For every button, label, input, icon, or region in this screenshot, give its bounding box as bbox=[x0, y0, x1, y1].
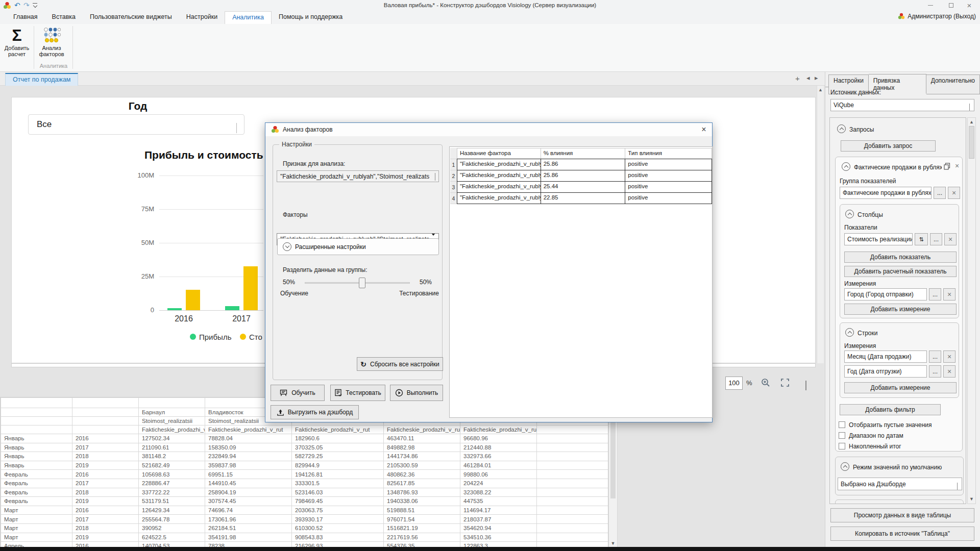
advanced-settings-button[interactable]: Расширенные настройки bbox=[277, 238, 439, 255]
collapse-rows-icon[interactable] bbox=[845, 328, 854, 337]
gridline bbox=[159, 176, 263, 176]
prev-sheet-icon[interactable]: ◂ bbox=[806, 74, 810, 82]
train-label: Обучить bbox=[291, 389, 315, 396]
indicator-group-input[interactable]: Фактические продажи в рублях bbox=[840, 187, 932, 199]
train-button[interactable]: Обучить bbox=[271, 385, 325, 401]
factor-column-header-2[interactable]: % влияния bbox=[541, 148, 626, 159]
row-dimension-more-button-1[interactable]: ... bbox=[929, 350, 941, 363]
maximize-button[interactable] bbox=[942, 0, 960, 10]
add-calc-indicator-button[interactable]: Добавить расчетный показатель bbox=[844, 266, 957, 277]
cell: 2019 bbox=[72, 533, 139, 542]
panel-scrollbar[interactable]: ▲ ▼ bbox=[967, 117, 976, 504]
close-button[interactable]: × bbox=[961, 0, 978, 10]
year-filter-select[interactable]: Все bbox=[28, 114, 244, 135]
checkbox-1[interactable] bbox=[839, 421, 845, 428]
factor-analysis-dialog: Анализ факторов × Настройки Признак для … bbox=[265, 122, 713, 422]
add-calculation-button[interactable]: Σ Добавить расчет bbox=[2, 26, 32, 63]
panel-tab-3[interactable]: Дополнительно bbox=[926, 74, 980, 94]
cell: 370325.05 bbox=[292, 443, 384, 452]
scroll-down-icon[interactable]: ▼ bbox=[609, 541, 617, 546]
row-dimension-input-2[interactable]: Год (Дата отгрузки) bbox=[844, 365, 927, 378]
factor-column-header-3[interactable]: Тип влияния bbox=[625, 148, 712, 159]
scroll-up-icon[interactable]: ▲ bbox=[968, 119, 975, 124]
menu-tab-2[interactable]: Вставка bbox=[45, 11, 83, 24]
group-remove-button[interactable]: × bbox=[948, 187, 960, 199]
fit-screen-icon[interactable] bbox=[780, 378, 790, 388]
query-options: Отобразить пустые значенияДиапазон по да… bbox=[839, 419, 961, 452]
factor-row-1[interactable]: 1"Fakticheskie_prodazhi_v_rubly25.86posi… bbox=[450, 159, 712, 170]
add-indicator-button[interactable]: Добавить показатель bbox=[844, 252, 957, 263]
minimize-button[interactable] bbox=[922, 0, 939, 10]
add-sheet-icon[interactable]: + bbox=[795, 74, 800, 83]
add-query-button[interactable]: Добавить запрос bbox=[841, 140, 936, 152]
indicators-label: Показатели bbox=[844, 224, 877, 231]
reset-settings-button[interactable]: ↻ Сбросить все настройки bbox=[357, 357, 443, 371]
default-mode-select[interactable]: Выбрано на Дэшборде bbox=[838, 478, 962, 490]
data-source-select[interactable]: ViQube bbox=[830, 99, 974, 111]
next-sheet-icon[interactable]: ▸ bbox=[815, 74, 818, 82]
row-dimension-input-1[interactable]: Месяц (Дата продажи) bbox=[844, 350, 927, 363]
menu-tab-4[interactable]: Настройки bbox=[179, 11, 225, 24]
run-label: Выполнить bbox=[407, 389, 438, 396]
upload-to-dashboard-button[interactable]: Выгрузить на дэшборд bbox=[271, 405, 359, 419]
factor-column-header-1[interactable]: Название фактора bbox=[457, 148, 541, 159]
scroll-down-icon[interactable]: ▼ bbox=[968, 496, 975, 502]
split-slider-thumb[interactable] bbox=[359, 278, 365, 288]
menu-tab-5[interactable]: Аналитика bbox=[225, 11, 272, 24]
copy-to-table-source-button[interactable]: Копировать в источник "Таблица" bbox=[830, 527, 974, 541]
table-row-6: Февраль2017228886.47144910.45333301.5825… bbox=[1, 479, 609, 488]
group-more-button[interactable]: ... bbox=[934, 187, 946, 199]
factor-row-4[interactable]: 4"Fakticheskie_prodazhi_v_rubly22.85posi… bbox=[450, 193, 712, 204]
collapse-query-icon[interactable] bbox=[842, 162, 850, 171]
collapse-default-mode-icon[interactable] bbox=[841, 462, 849, 471]
factor-row-2[interactable]: 2"Fakticheskie_prodazhi_v_rubly25.86posi… bbox=[450, 170, 712, 182]
row-dimension-remove-button-1[interactable]: × bbox=[943, 350, 955, 363]
run-button[interactable]: Выполнить bbox=[390, 385, 443, 401]
copy-icon[interactable] bbox=[944, 163, 950, 170]
cell: Fakticheskie_prodazhi_v_rut bbox=[205, 425, 292, 434]
canvas-vertical-scrollbar[interactable]: ▲ bbox=[817, 86, 824, 363]
remove-query-icon[interactable]: × bbox=[955, 162, 959, 170]
zoom-in-icon[interactable] bbox=[761, 378, 771, 388]
collapse-panel-icon[interactable] bbox=[805, 382, 806, 391]
sheet-tab[interactable]: Отчет по продажам bbox=[5, 73, 78, 86]
add-filter-button[interactable]: Добавить фильтр bbox=[840, 404, 941, 415]
collapse-queries-icon[interactable] bbox=[837, 124, 846, 133]
legend-label-2[interactable]: Сто bbox=[249, 333, 262, 341]
factor-analysis-button[interactable]: Анализ факторов bbox=[37, 26, 66, 63]
add-row-dimension-button[interactable]: Добавить измерение bbox=[844, 382, 957, 393]
menu-tab-6[interactable]: Помощь и поддержка bbox=[272, 11, 350, 24]
dialog-title-bar[interactable]: Анализ факторов × bbox=[265, 123, 712, 136]
split-slider-track[interactable] bbox=[305, 282, 410, 284]
zoom-level-input[interactable]: 100 bbox=[725, 377, 743, 390]
bar-Прибыль-2016[interactable] bbox=[167, 308, 182, 310]
column-dimension-remove-button[interactable]: × bbox=[943, 288, 955, 300]
menu-tab-3[interactable]: Пользовательские виджеты bbox=[83, 11, 179, 24]
user-label[interactable]: Администратор (Выход) bbox=[908, 13, 976, 20]
bar-Сто-2016[interactable] bbox=[186, 290, 200, 310]
bar-Прибыль-2017[interactable] bbox=[225, 306, 239, 310]
indicator-sort-button[interactable]: ⇅ bbox=[915, 233, 928, 245]
view-data-as-table-button[interactable]: Просмотр данных в виде таблицы bbox=[830, 508, 974, 522]
indicator-more-button[interactable]: ... bbox=[930, 233, 942, 245]
test-button[interactable]: Тестировать bbox=[330, 385, 385, 401]
dialog-close-icon[interactable]: × bbox=[697, 123, 711, 136]
row-dimension-more-button-2[interactable]: ... bbox=[929, 365, 941, 378]
bar-Сто-2017[interactable] bbox=[243, 266, 258, 310]
legend-label-1[interactable]: Прибыль bbox=[199, 333, 231, 341]
cell bbox=[72, 425, 139, 434]
checkbox-2[interactable] bbox=[839, 432, 845, 439]
scrollbar-thumb[interactable] bbox=[969, 126, 974, 159]
factor-row-3[interactable]: 3"Fakticheskie_prodazhi_v_rubly25.44posi… bbox=[450, 182, 712, 193]
menu-tab-1[interactable]: Главная bbox=[6, 11, 45, 24]
feature-combobox[interactable]: "Fakticheskie_prodazhi_v_rublyah","Stoim… bbox=[277, 170, 439, 182]
user-area[interactable]: Администратор (Выход) bbox=[898, 13, 976, 20]
checkbox-3[interactable] bbox=[839, 443, 845, 449]
row-dimension-remove-button-2[interactable]: × bbox=[943, 365, 955, 378]
collapse-columns-icon[interactable] bbox=[845, 210, 854, 218]
add-column-dimension-button[interactable]: Добавить измерение bbox=[844, 304, 957, 315]
column-dimension-input[interactable]: Город (Город отправки) bbox=[844, 288, 927, 300]
indicator-input[interactable]: Стоимость реализации bbox=[844, 233, 913, 245]
column-dimension-more-button[interactable]: ... bbox=[929, 288, 941, 300]
indicator-remove-button[interactable]: × bbox=[944, 233, 957, 245]
